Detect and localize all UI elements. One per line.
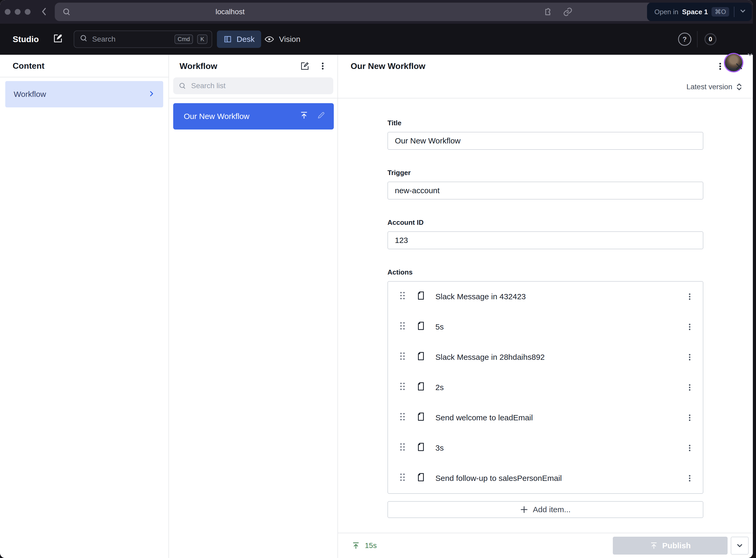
tab-desk[interactable]: Desk [217,30,261,48]
field-account-id: Account ID [387,219,703,249]
kebab-menu-icon[interactable] [682,289,698,305]
drag-handle-icon[interactable] [399,412,406,424]
extensions-puzzle-icon[interactable] [543,7,553,19]
editor-header: Our New Workflow Latest version [338,55,753,98]
studio-appbar: Studio Search Cmd K Desk Vision ? 0 [0,24,753,55]
kebab-menu-icon[interactable] [316,59,330,73]
action-label: Slack Message in 28hdaihs892 [435,353,682,362]
search-icon [79,34,88,45]
action-row[interactable]: Slack Message in 432423 [388,282,703,312]
desk-icon [224,35,232,44]
document-icon [415,441,426,455]
kebab-menu-icon[interactable] [682,380,698,395]
list-pane-header: Workflow Search list [169,55,337,98]
list-search-input[interactable]: Search list [173,77,333,94]
action-label: Send welcome to leadEmail [435,413,682,422]
tab-desk-label: Desk [237,35,255,44]
edit-pencil-icon [317,111,325,122]
tab-vision[interactable]: Vision [264,30,300,48]
sidebar-item-label: Workflow [14,90,148,99]
drag-handle-icon[interactable] [399,381,406,394]
content-pane-header: Content [0,55,169,77]
search-placeholder: Search [92,35,170,44]
drag-handle-icon[interactable] [399,351,406,363]
action-label: 5s [435,323,682,331]
link-icon[interactable] [563,7,573,19]
url-text: localhost [55,3,405,21]
main-area: Content Workflow Workflow [0,55,753,558]
list-item-our-new-workflow[interactable]: Our New Workflow [173,103,334,129]
content-heading: Content [12,61,45,71]
list-item-label: Our New Workflow [184,112,300,121]
document-icon [415,411,426,424]
trigger-input[interactable] [387,182,703,200]
app-title: Studio [12,24,39,55]
browser-window: localhost Open in Space 1 ⌘O Studio [0,0,753,558]
field-trigger-label: Trigger [387,169,703,177]
cmd-key-hint: Cmd [175,34,193,44]
kebab-menu-icon[interactable] [682,471,698,486]
action-row[interactable]: 2s [388,373,703,403]
compose-icon[interactable] [53,33,65,46]
chevron-down-icon[interactable] [739,7,747,17]
traffic-light-zoom-icon[interactable] [25,9,30,15]
action-label: Send follow-up to salesPersonEmail [435,474,682,483]
version-selector[interactable]: Latest version [686,78,742,95]
kebab-menu-icon[interactable] [682,349,698,365]
compose-icon[interactable] [298,59,312,73]
list-pane-title: Workflow [179,61,298,71]
plus-icon [520,506,528,513]
sidebar-item-workflow[interactable]: Workflow [5,81,163,107]
publish-arrow-icon [352,541,360,550]
action-row[interactable]: Send welcome to leadEmail [388,402,703,433]
kebab-menu-icon[interactable] [682,319,698,335]
k-key-hint: K [197,34,207,44]
chevron-down-icon [736,542,744,550]
document-title: Our New Workflow [351,61,425,71]
traffic-light-close-icon[interactable] [5,9,10,15]
publish-duration: 15s [352,541,377,550]
global-search-input[interactable]: Search Cmd K [74,30,212,48]
drag-handle-icon[interactable] [399,442,406,454]
actions-label: Actions [387,268,703,276]
document-icon [415,472,426,485]
action-row[interactable]: Send follow-up to salesPersonEmail [388,463,703,493]
chevron-updown-icon [736,83,742,91]
field-trigger: Trigger [387,169,703,200]
browser-back-icon[interactable] [39,6,49,17]
document-icon [415,351,426,364]
address-bar[interactable]: localhost [55,3,653,21]
editor-form: Title Trigger Account ID Actions [338,98,753,533]
shortcut-badge: ⌘O [711,7,729,17]
action-row[interactable]: 3s [388,433,703,463]
close-icon[interactable] [732,59,747,74]
add-item-button[interactable]: Add item... [387,501,703,518]
kebab-menu-icon[interactable] [682,410,698,426]
drag-handle-icon[interactable] [399,290,406,303]
account-id-input[interactable] [387,231,703,249]
drag-handle-icon[interactable] [399,321,406,333]
actions-list: Slack Message in 432423 5s [387,281,703,494]
publish-options-button[interactable] [731,537,749,555]
search-icon [178,82,186,90]
traffic-light-minimize-icon[interactable] [15,9,21,15]
action-row[interactable]: 5s [388,312,703,342]
drag-handle-icon[interactable] [399,472,406,484]
open-in-space-button[interactable]: Open in Space 1 ⌘O [647,3,752,21]
publish-button[interactable]: Publish [613,537,728,555]
notification-count-badge[interactable]: 0 [704,33,716,45]
action-row[interactable]: Slack Message in 28hdaihs892 [388,342,703,373]
title-input[interactable] [387,132,703,150]
document-icon [415,381,426,394]
action-label: Slack Message in 432423 [435,292,682,301]
kebab-menu-icon[interactable] [682,440,698,456]
help-button[interactable]: ? [678,33,691,46]
divider [734,6,734,17]
kebab-menu-icon[interactable] [713,59,728,74]
list-search-placeholder: Search list [191,82,226,90]
chevron-right-icon [148,90,155,99]
field-account-id-label: Account ID [387,219,703,227]
document-editor-pane: Our New Workflow Latest version Title [338,55,753,558]
editor-footer: 15s Publish [338,533,753,558]
open-in-label: Open in [654,8,678,16]
